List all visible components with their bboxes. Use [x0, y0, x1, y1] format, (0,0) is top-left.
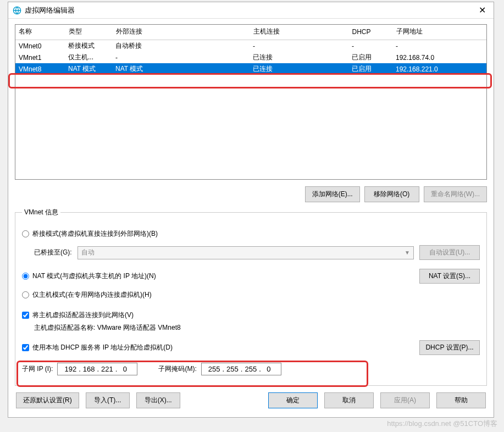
table-cell: -	[348, 40, 392, 52]
auto-settings-button[interactable]: 自动设置(U)...	[419, 245, 480, 260]
col-host[interactable]: 主机连接	[250, 25, 348, 40]
table-cell: 已启用	[348, 52, 392, 63]
restore-defaults-button[interactable]: 还原默认设置(R)	[16, 392, 79, 408]
ip-octet[interactable]: 221	[99, 365, 115, 373]
mask-octet[interactable]: 255	[206, 365, 223, 373]
hostonly-radio-label: 仅主机模式(在专用网络内连接虚拟机)(H)	[32, 290, 152, 300]
apply-button[interactable]: 应用(A)	[380, 392, 430, 408]
subnet-ip-input[interactable]: 192. 168. 221. 0	[57, 363, 137, 375]
nat-radio-input[interactable]	[22, 273, 29, 280]
table-cell: NAT 模式	[65, 63, 112, 75]
ok-button[interactable]: 确定	[268, 392, 318, 408]
table-cell: -	[250, 40, 348, 52]
table-cell: NAT 模式	[112, 63, 250, 75]
table-cell: 已启用	[348, 63, 392, 75]
dhcp-checkbox[interactable]	[22, 344, 29, 351]
bridge-combo-value: 自动	[81, 248, 95, 257]
col-type[interactable]: 类型	[65, 25, 112, 40]
hostonly-mode-radio[interactable]: 仅主机模式(在专用网络内连接虚拟机)(H)	[22, 290, 480, 300]
import-button[interactable]: 导入(T)...	[86, 392, 130, 408]
adapter-name-label: 主机虚拟适配器名称: VMware 网络适配器 VMnet8	[34, 323, 181, 333]
cancel-button[interactable]: 取消	[324, 392, 374, 408]
dhcp-settings-button[interactable]: DHCP 设置(P)...	[419, 340, 480, 355]
col-subnet[interactable]: 子网地址	[392, 25, 486, 40]
subnet-ip-label: 子网 IP (I):	[22, 364, 53, 374]
table-cell: 桥接模式	[65, 40, 112, 52]
add-network-button[interactable]: 添加网络(E)...	[305, 186, 360, 202]
adapter-name-row: 主机虚拟适配器名称: VMware 网络适配器 VMnet8	[34, 323, 480, 333]
table-cell: 192.168.221.0	[392, 63, 486, 75]
table-cell: 自动桥接	[112, 40, 250, 52]
bridge-to-label: 已桥接至(G):	[34, 248, 72, 257]
bridge-radio-input[interactable]	[22, 230, 29, 237]
network-table[interactable]: 名称 类型 外部连接 主机连接 DHCP 子网地址 VMnet0桥接模式自动桥接…	[15, 24, 487, 180]
connect-host-check[interactable]: 将主机虚拟适配器连接到此网络(V)	[22, 311, 480, 320]
globe-icon	[13, 6, 21, 15]
bottom-button-row: 还原默认设置(R) 导入(T)... 导出(X)... 确定 取消 应用(A) …	[15, 392, 487, 413]
table-row[interactable]: VMnet0桥接模式自动桥接---	[15, 40, 486, 52]
table-cell: 192.168.74.0	[392, 52, 486, 63]
table-cell: -	[392, 40, 486, 52]
watermark: https://blog.csdn.net @51CTO博客	[387, 419, 497, 429]
virtual-network-editor-window: 虚拟网络编辑器 ✕ 名称 类型 外部连接 主机连接 DHCP 子网地址 VMne…	[8, 2, 494, 418]
table-cell: 已连接	[250, 52, 348, 63]
dhcp-check-label: 使用本地 DHCP 服务将 IP 地址分配给虚拟机(D)	[32, 343, 173, 352]
table-cell: -	[112, 52, 250, 63]
connect-host-checkbox[interactable]	[22, 312, 29, 319]
ip-octet[interactable]: 168	[81, 365, 97, 373]
nat-radio-label: NAT 模式(与虚拟机共享主机的 IP 地址)(N)	[32, 272, 156, 281]
bridge-mode-radio[interactable]: 桥接模式(将虚拟机直接连接到外部网络)(B)	[22, 229, 480, 239]
bridge-radio-label: 桥接模式(将虚拟机直接连接到外部网络)(B)	[32, 229, 158, 239]
table-row[interactable]: VMnet1仅主机...-已连接已启用192.168.74.0	[15, 52, 486, 63]
ip-octet[interactable]: 0	[117, 365, 132, 373]
hostonly-radio-input[interactable]	[22, 291, 29, 298]
titlebar: 虚拟网络编辑器 ✕	[8, 2, 494, 19]
mask-octet[interactable]: 0	[261, 365, 276, 373]
chevron-down-icon: ▼	[405, 250, 410, 256]
table-cell: VMnet0	[15, 40, 65, 52]
mask-octet[interactable]: 255	[224, 365, 241, 373]
rename-network-button[interactable]: 重命名网络(W)...	[424, 186, 487, 202]
content-area: 名称 类型 外部连接 主机连接 DHCP 子网地址 VMnet0桥接模式自动桥接…	[8, 19, 494, 417]
ip-octet[interactable]: 192	[62, 365, 79, 373]
fieldset-legend: VMnet 信息	[22, 208, 60, 217]
table-button-row: 添加网络(E)... 移除网络(O) 重命名网络(W)...	[15, 186, 487, 202]
subnet-mask-label: 子网掩码(M):	[158, 364, 196, 374]
help-button[interactable]: 帮助	[436, 392, 486, 408]
table-cell: 仅主机...	[65, 52, 112, 63]
vmnet-info-fieldset: VMnet 信息 桥接模式(将虚拟机直接连接到外部网络)(B) 已桥接至(G):…	[15, 208, 487, 386]
bridge-to-row: 已桥接至(G): 自动 ▼ 自动设置(U)...	[34, 245, 480, 260]
connect-host-label: 将主机虚拟适配器连接到此网络(V)	[32, 311, 134, 320]
export-button[interactable]: 导出(X)...	[136, 392, 180, 408]
dhcp-check[interactable]: 使用本地 DHCP 服务将 IP 地址分配给虚拟机(D) DHCP 设置(P).…	[22, 340, 480, 355]
window-title: 虚拟网络编辑器	[25, 5, 475, 15]
mask-octet[interactable]: 255	[242, 365, 259, 373]
col-name[interactable]: 名称	[15, 25, 65, 40]
nat-settings-button[interactable]: NAT 设置(S)...	[419, 269, 480, 284]
subnet-mask-input[interactable]: 255. 255. 255. 0	[201, 363, 281, 375]
table-header-row: 名称 类型 外部连接 主机连接 DHCP 子网地址	[15, 25, 486, 40]
close-icon[interactable]: ✕	[475, 5, 489, 15]
subnet-ip-row: 子网 IP (I): 192. 168. 221. 0 子网掩码(M): 255…	[22, 363, 480, 375]
table-cell: VMnet1	[15, 52, 65, 63]
bridge-to-combo[interactable]: 自动 ▼	[77, 246, 414, 259]
table-cell: 已连接	[250, 63, 348, 75]
col-dhcp[interactable]: DHCP	[348, 25, 392, 40]
table-row[interactable]: VMnet8NAT 模式NAT 模式已连接已启用192.168.221.0	[15, 63, 486, 75]
table-cell: VMnet8	[15, 63, 65, 75]
col-ext[interactable]: 外部连接	[112, 25, 250, 40]
remove-network-button[interactable]: 移除网络(O)	[364, 186, 419, 202]
nat-mode-radio[interactable]: NAT 模式(与虚拟机共享主机的 IP 地址)(N) NAT 设置(S)...	[22, 269, 480, 284]
